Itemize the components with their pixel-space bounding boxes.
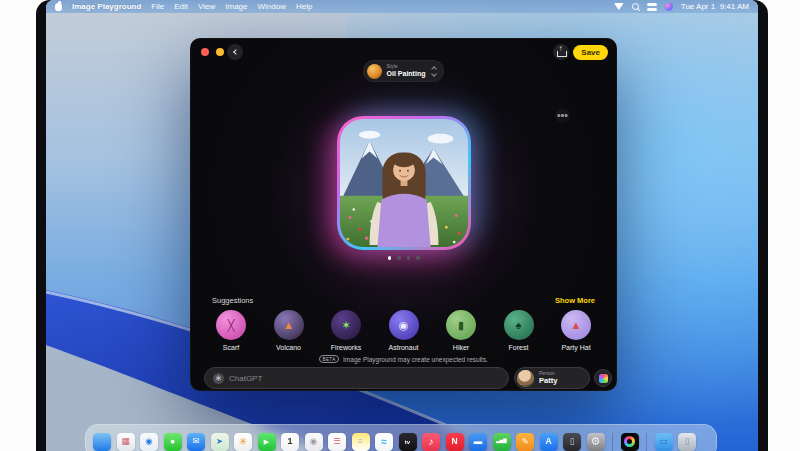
carousel-dot[interactable] (407, 256, 411, 260)
control-center-icon[interactable] (647, 3, 657, 11)
suggestion-label: Fireworks (331, 344, 361, 351)
wifi-icon[interactable] (614, 3, 624, 10)
person-chip-value: Patty (539, 377, 557, 386)
beta-disclaimer-row: BETA Image Playground may create unexpec… (190, 355, 617, 363)
search-icon[interactable] (632, 3, 639, 10)
suggestion-volcano[interactable]: ▲ Volcano (266, 310, 312, 351)
dock-icon-app-store[interactable]: A (540, 433, 558, 451)
suggestion-label: Party Hat (561, 344, 590, 351)
dock-icon-music[interactable]: ♪ (422, 433, 440, 451)
more-options-button[interactable] (555, 108, 570, 123)
dock-icon-downloads-folder[interactable]: ▭ (655, 433, 673, 451)
suggestion-fireworks[interactable]: ✶ Fireworks (323, 310, 369, 351)
suggestion-label: Hiker (453, 344, 469, 351)
disclaimer-text: Image Playground may create unexpected r… (343, 356, 488, 363)
menubar-menus: FileEditViewImageWindowHelp (151, 2, 312, 11)
dock-icon-launchpad[interactable]: ▦ (117, 433, 135, 451)
dock-icon-trash[interactable]: ▯ (678, 433, 696, 451)
minimize-button[interactable] (216, 48, 224, 56)
menubar-status-icons (614, 3, 673, 11)
dock-icon-freeform[interactable]: ≈ (375, 433, 393, 451)
dock-icon-contacts[interactable]: ◉ (305, 433, 323, 451)
dock-icon-keynote[interactable]: ▬ (469, 433, 487, 451)
suggestion-astronaut[interactable]: ◉ Astronaut (381, 310, 427, 351)
suggestion-scarf[interactable]: ╳ Scarf (208, 310, 254, 351)
image-playground-window: Save Style Oil Painting (190, 38, 617, 391)
photos-icon (599, 374, 608, 383)
dock-icon-mail[interactable]: ✉ (187, 433, 205, 451)
style-picker-chip[interactable]: Style Oil Painting (363, 60, 445, 82)
suggestion-party-hat[interactable]: ▲ Party Hat (553, 310, 599, 351)
menu-bar: Image Playground FileEditViewImageWindow… (46, 0, 758, 13)
generated-image (340, 119, 468, 247)
siri-icon[interactable] (665, 3, 673, 11)
carousel-dot[interactable] (416, 256, 420, 260)
suggestion-hiker[interactable]: ▮ Hiker (438, 310, 484, 351)
share-button[interactable] (553, 44, 569, 60)
suggestion-label: Forest (509, 344, 529, 351)
menubar-menu-item[interactable]: File (151, 2, 164, 11)
suggestion-label: Scarf (223, 344, 239, 351)
chevron-up-down-icon (432, 67, 436, 76)
person-chip[interactable]: Person Patty (514, 367, 590, 389)
prompt-placeholder: ChatGPT (229, 374, 262, 383)
dock-icon-messages[interactable]: ● (164, 433, 182, 451)
dock-icon-finder[interactable] (93, 433, 111, 451)
dock-icon-system-settings[interactable]: ⚙ (587, 433, 605, 451)
suggestion-thumbnail-icon: ✶ (331, 310, 361, 340)
dock-icon-maps[interactable]: ➤ (211, 433, 229, 451)
back-button[interactable] (227, 44, 243, 60)
photo-picker-button[interactable] (594, 369, 612, 387)
dock-icon-numbers[interactable]: ▃▅▇ (493, 433, 511, 451)
marketing-canvas: Image Playground FileEditViewImageWindow… (0, 0, 800, 451)
menubar-menu-item[interactable]: Help (296, 2, 312, 11)
ellipsis-icon (561, 114, 563, 116)
dock-icon[interactable] (646, 433, 647, 451)
suggestion-thumbnail-icon: ♠ (504, 310, 534, 340)
menubar-menu-item[interactable]: Edit (174, 2, 188, 11)
menubar-clock[interactable]: Tue Apr 1 9:41 AM (681, 2, 749, 11)
macbook-bezel: Image Playground FileEditViewImageWindow… (36, 0, 768, 451)
menubar-menu-item[interactable]: View (198, 2, 215, 11)
dock-icon-apple-tv[interactable]: tv (399, 433, 417, 451)
prompt-input[interactable]: ∗ ChatGPT (204, 367, 509, 389)
dock-icon-photos[interactable]: ✳ (234, 433, 252, 451)
dock: ▦ ◉ ● ✉ ➤ ✳ ▶ 1 (85, 424, 717, 451)
menubar-menu-item[interactable]: Image (225, 2, 247, 11)
beta-badge: BETA (319, 355, 339, 363)
style-thumbnail-icon (367, 64, 382, 79)
share-icon (557, 48, 565, 57)
person-avatar (517, 370, 534, 387)
dock-icon-facetime[interactable]: ▶ (258, 433, 276, 451)
dock-icon-image-playground[interactable] (621, 433, 639, 451)
suggestions-row: ╳ Scarf ▲ Volcano ✶ Fireworks ◉ Astronau… (208, 310, 599, 351)
macbook-screen: Image Playground FileEditViewImageWindow… (46, 0, 758, 451)
show-more-button[interactable]: Show More (555, 296, 595, 305)
carousel-dots (388, 256, 420, 260)
suggestion-thumbnail-icon: ▮ (446, 310, 476, 340)
generated-image-card[interactable] (337, 116, 471, 250)
carousel-dot[interactable] (388, 256, 392, 260)
suggestion-forest[interactable]: ♠ Forest (496, 310, 542, 351)
close-button[interactable] (201, 48, 209, 56)
apple-menu-icon[interactable] (55, 3, 62, 11)
menubar-menu-item[interactable]: Window (257, 2, 285, 11)
dock-icon-reminders[interactable]: ☰ (328, 433, 346, 451)
carousel-dot[interactable] (397, 256, 401, 260)
suggestion-thumbnail-icon: ▲ (561, 310, 591, 340)
menubar-app-name[interactable]: Image Playground (72, 2, 141, 11)
suggestion-thumbnail-icon: ◉ (389, 310, 419, 340)
dock-icon-calendar[interactable]: 1 (281, 433, 299, 451)
dock-icon-notes[interactable]: ≡ (352, 433, 370, 451)
dock-icon-news[interactable]: N (446, 433, 464, 451)
chatgpt-icon: ∗ (213, 373, 224, 384)
suggestion-thumbnail-icon: ▲ (274, 310, 304, 340)
dock-icon-pages[interactable]: ✎ (516, 433, 534, 451)
dock-icon-safari[interactable]: ◉ (140, 433, 158, 451)
suggestion-label: Volcano (276, 344, 301, 351)
dock-icon-iphone-mirroring[interactable]: ▯ (563, 433, 581, 451)
suggestions-title: Suggestions (212, 296, 253, 305)
chevron-left-icon (233, 49, 239, 55)
dock-icon[interactable] (612, 433, 613, 451)
save-button[interactable]: Save (573, 45, 608, 60)
